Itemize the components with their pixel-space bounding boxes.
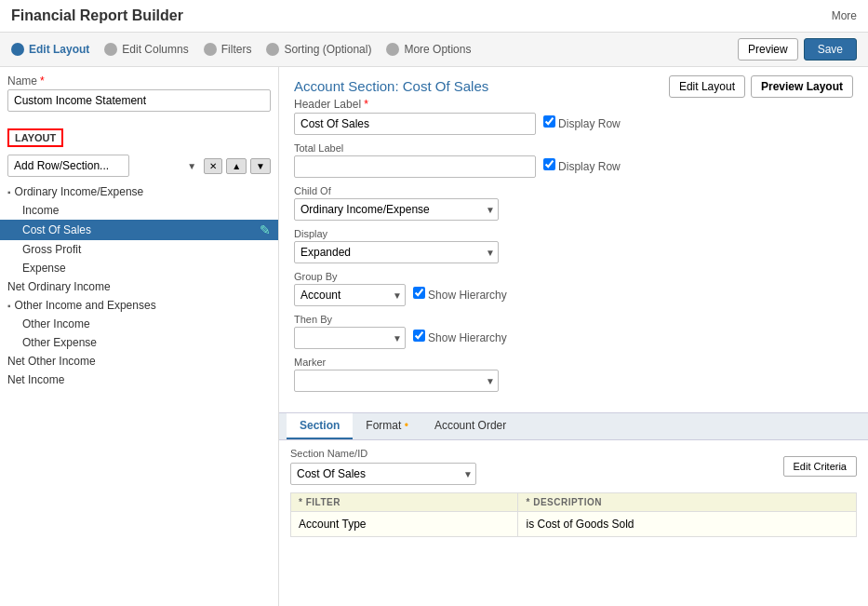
child-of-row: Child Of Ordinary Income/Expense ▼	[294, 185, 853, 221]
tab-format[interactable]: Format •	[353, 413, 421, 439]
tree-item-net-other[interactable]: Net Other Income	[0, 352, 278, 370]
total-label-row: Total Label Display Row	[294, 142, 853, 178]
tab-account-order[interactable]: Account Order	[421, 413, 519, 439]
tab-section[interactable]: Section	[287, 413, 353, 439]
add-row-section: Add Row/Section... ▼ ✕ ▲ ▼	[0, 151, 278, 181]
edit-criteria-button[interactable]: Edit Criteria	[783, 456, 857, 477]
child-of-label: Child Of	[294, 185, 853, 196]
display-select[interactable]: Expanded	[294, 241, 499, 263]
show-hierarchy-1-checkbox[interactable]	[413, 287, 425, 299]
child-of-select[interactable]: Ordinary Income/Expense	[294, 198, 499, 221]
nav-step-sorting[interactable]: Sorting (Optional)	[266, 43, 371, 56]
header-label-input[interactable]	[294, 113, 536, 135]
tree-label-expense: Expense	[7, 262, 66, 275]
nav-step-filters[interactable]: Filters	[204, 43, 252, 56]
left-panel: Name * LAYOUT Add Row/Section... ▼ ✕ ▲ ▼…	[0, 67, 279, 606]
layout-label: LAYOUT	[7, 128, 63, 147]
add-row-select[interactable]: Add Row/Section...	[7, 155, 129, 177]
marker-select[interactable]	[294, 370, 499, 392]
tree-label-net-income: Net Income	[7, 373, 64, 386]
layout-label-row: LAYOUT	[0, 125, 278, 151]
tabs-bar: Section Format • Account Order	[279, 412, 868, 440]
nav-step-edit-layout[interactable]: Edit Layout	[11, 43, 89, 56]
then-by-select[interactable]	[294, 327, 406, 349]
nav-circle-more-options	[386, 43, 399, 56]
display-row-2-checkbox[interactable]	[543, 158, 555, 170]
name-field-label: Name *	[7, 74, 271, 88]
group-by-row: Group By Account ▼ Show Hierarchy	[294, 271, 853, 306]
show-hierarchy-1-label: Show Hierarchy	[413, 287, 507, 302]
display-label: Display	[294, 228, 853, 239]
app-title: Financial Report Builder	[11, 7, 183, 24]
display-row-1-label: Display Row	[543, 115, 621, 130]
remove-icon-btn[interactable]: ✕	[204, 158, 222, 174]
tree-label-income: Income	[7, 204, 59, 217]
section-content: Section Name/ID Cost Of Sales ▼ Edit Cri…	[279, 440, 868, 545]
tree-item-gross-profit[interactable]: Gross Profit	[0, 240, 278, 259]
description-col-header: * DESCRIPTION	[518, 493, 857, 512]
tree-item-cost-of-sales[interactable]: Cost Of Sales ✎	[0, 220, 278, 240]
display-row-1-checkbox[interactable]	[543, 115, 555, 128]
filter-table: * FILTER * DESCRIPTION Account Type is C…	[290, 492, 857, 537]
add-row-arrow-icon: ▼	[187, 161, 196, 171]
nav-label-edit-columns: Edit Columns	[122, 43, 188, 56]
tree-label-net-other: Net Other Income	[7, 355, 96, 368]
tree-item-other-income-expenses[interactable]: ▪ Other Income and Expenses	[0, 296, 278, 315]
tree-item-other-expense[interactable]: Other Expense	[0, 333, 278, 352]
save-button[interactable]: Save	[804, 38, 857, 61]
group-by-select[interactable]: Account	[294, 284, 406, 306]
down-icon-btn[interactable]: ▼	[250, 158, 271, 174]
tree: ▪ Ordinary Income/Expense Income Cost Of…	[0, 181, 278, 606]
nav-buttons: Preview Save	[738, 38, 857, 61]
description-cell: is Cost of Goods Sold	[518, 512, 857, 537]
tree-item-net-income[interactable]: Net Income	[0, 370, 278, 389]
show-hierarchy-2-label: Show Hierarchy	[413, 330, 507, 344]
show-hierarchy-2-checkbox[interactable]	[413, 330, 425, 342]
edit-icon-cost-of-sales: ✎	[260, 222, 271, 237]
nav-label-edit-layout: Edit Layout	[29, 43, 89, 56]
collapse-icon-ordinary: ▪	[7, 187, 11, 197]
nav-circle-edit-layout	[11, 43, 24, 56]
total-label-label: Total Label	[294, 142, 853, 154]
total-label-input[interactable]	[294, 155, 536, 178]
filter-cell: Account Type	[291, 512, 518, 537]
display-row-2-label: Display Row	[543, 158, 621, 173]
nav-circle-sorting	[266, 43, 279, 56]
tree-item-income[interactable]: Income	[0, 201, 278, 220]
main-area: Name * LAYOUT Add Row/Section... ▼ ✕ ▲ ▼…	[0, 67, 868, 606]
name-section: Name *	[0, 74, 278, 121]
up-icon-btn[interactable]: ▲	[226, 158, 247, 174]
tree-item-net-ordinary[interactable]: Net Ordinary Income	[0, 277, 278, 296]
collapse-icon-other: ▪	[7, 301, 11, 311]
more-link[interactable]: More	[832, 9, 857, 22]
preview-layout-button[interactable]: Preview Layout	[751, 75, 853, 98]
section-name-label-group: Section Name/ID Cost Of Sales ▼	[290, 448, 476, 485]
tree-item-expense[interactable]: Expense	[0, 259, 278, 277]
marker-label: Marker	[294, 357, 853, 368]
nav-circle-filters	[204, 43, 217, 56]
table-row: Account Type is Cost of Goods Sold	[291, 512, 857, 537]
nav-step-edit-columns[interactable]: Edit Columns	[104, 43, 188, 56]
tree-item-ordinary-income[interactable]: ▪ Ordinary Income/Expense	[0, 182, 278, 201]
tree-label-other-expense: Other Expense	[7, 336, 97, 349]
name-input[interactable]	[7, 89, 271, 112]
preview-button[interactable]: Preview	[738, 38, 798, 61]
then-by-row: Then By ▼ Show Hierarchy	[294, 314, 853, 349]
form-area: Header Label * Display Row Total Label	[279, 98, 868, 407]
edit-layout-button[interactable]: Edit Layout	[669, 75, 745, 98]
nav-circle-edit-columns	[104, 43, 117, 56]
filter-col-header: * FILTER	[291, 493, 518, 512]
header-label-label: Header Label *	[294, 98, 853, 111]
tree-label-gross-profit: Gross Profit	[7, 243, 81, 256]
section-name-row: Section Name/ID Cost Of Sales ▼ Edit Cri…	[290, 448, 857, 485]
header-label-row: Header Label * Display Row	[294, 98, 853, 135]
nav-step-more-options[interactable]: More Options	[386, 43, 471, 56]
right-panel: Account Section: Cost Of Sales Edit Layo…	[279, 67, 868, 606]
tree-label-ordinary: Ordinary Income/Expense	[15, 185, 144, 198]
tree-label-net-ordinary: Net Ordinary Income	[7, 280, 111, 293]
nav-label-sorting: Sorting (Optional)	[284, 43, 371, 56]
tree-item-other-income[interactable]: Other Income	[0, 315, 278, 333]
section-name-select[interactable]: Cost Of Sales	[290, 463, 476, 485]
section-name-label: Section Name/ID	[290, 448, 476, 459]
group-by-label: Group By	[294, 271, 853, 282]
